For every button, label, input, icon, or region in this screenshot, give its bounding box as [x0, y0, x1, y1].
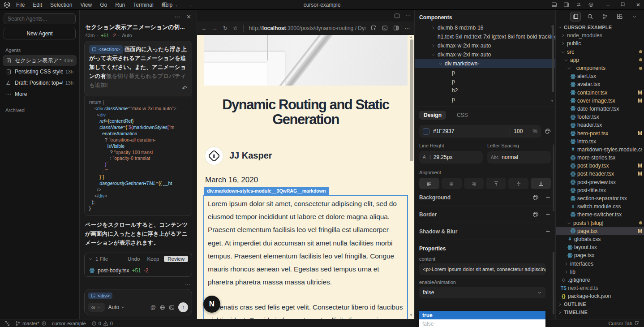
- inspect-element-icon[interactable]: [371, 25, 377, 31]
- file-row[interactable]: post-preview.tsx: [556, 178, 644, 186]
- tab-design[interactable]: Design: [419, 111, 446, 120]
- file-row[interactable]: cover-image.tsxM: [556, 97, 644, 105]
- window-maximize-button[interactable]: [620, 2, 625, 8]
- file-row[interactable]: post-title.tsx: [556, 186, 644, 194]
- editor-more-icon[interactable]: ⋯: [405, 13, 411, 19]
- text-color-field[interactable]: #1F2937 100 %: [419, 125, 541, 138]
- menu-terminal[interactable]: Terminal: [129, 2, 157, 8]
- chat-more-icon[interactable]: ⋯: [174, 13, 180, 20]
- inspector-scrollbar-upper[interactable]: [553, 144, 554, 211]
- review-button[interactable]: Review: [164, 256, 188, 262]
- file-row[interactable]: page.tsxM: [556, 227, 644, 235]
- undo-button[interactable]: Undo: [125, 256, 142, 262]
- tab-css[interactable]: CSS: [452, 111, 472, 120]
- chevron-down-icon[interactable]: [431, 52, 435, 57]
- enable-animation-select[interactable]: false: [419, 287, 545, 298]
- user-message-card[interactable]: <section> 画面内に入ったら浮き上がって表示されるアニメーションを追加し…: [84, 41, 192, 96]
- chevron-right-icon[interactable]: [431, 26, 435, 30]
- background-palette-icon[interactable]: [532, 194, 539, 201]
- folder-row[interactable]: _components: [556, 64, 644, 72]
- restore-checkpoint-icon[interactable]: ↶: [182, 83, 187, 93]
- toggle-panel-icon[interactable]: [551, 2, 557, 8]
- agent-list-item[interactable]: セクション表示アニメ...43m: [3, 55, 77, 66]
- folder-row[interactable]: app: [556, 56, 644, 64]
- add-background-icon[interactable]: [545, 194, 551, 200]
- nav-forward-icon[interactable]: →: [187, 2, 193, 8]
- window-minimize-button[interactable]: –: [606, 2, 610, 8]
- devtools-icon[interactable]: [393, 25, 399, 31]
- palette-icon[interactable]: [545, 128, 551, 134]
- file-row[interactable]: footer.tsx: [556, 113, 644, 121]
- folder-row[interactable]: src: [556, 48, 644, 56]
- file-row[interactable]: hero-post.tsxM: [556, 129, 644, 137]
- chevron-right-icon[interactable]: [431, 43, 435, 48]
- tree-scroll-down[interactable]: ▼: [550, 99, 554, 103]
- content-prop-input[interactable]: <p>Lorem ipsum dolor sit amet, consectet…: [419, 263, 545, 275]
- folder-row[interactable]: lib: [556, 268, 644, 276]
- message-options-icon[interactable]: ···: [86, 281, 190, 288]
- opacity-value[interactable]: 100: [514, 128, 529, 134]
- align-left-button[interactable]: [419, 178, 439, 189]
- color-swatch[interactable]: [423, 128, 429, 135]
- component-tree-row[interactable]: p: [415, 68, 555, 77]
- extensions-icon[interactable]: [614, 12, 625, 22]
- file-row[interactable]: page.tsx: [556, 251, 644, 259]
- file-row[interactable]: section-separator.tsx: [556, 194, 644, 202]
- nextjs-dev-button[interactable]: N: [203, 296, 220, 313]
- timeline-section[interactable]: TIMELINE: [556, 308, 644, 316]
- menu-view[interactable]: View: [76, 2, 96, 8]
- settings-gear-icon[interactable]: [588, 2, 594, 8]
- folder-row[interactable]: node_modules: [556, 31, 644, 39]
- folder-row[interactable]: posts \ [slug]: [556, 219, 644, 227]
- file-row[interactable]: TSnext-env.d.ts: [556, 284, 644, 292]
- div-element-chip[interactable]: <div>: [88, 293, 112, 299]
- align-center-button[interactable]: [442, 178, 462, 189]
- file-row[interactable]: alert.tsx: [556, 72, 644, 80]
- chevron-down-icon[interactable]: [88, 257, 93, 261]
- valign-top-button[interactable]: [486, 178, 506, 189]
- letter-spacing-field[interactable]: Abc normal: [487, 151, 551, 164]
- code-block[interactable]: return ( <div className="max-w-2xl mx-au…: [84, 94, 192, 215]
- views-chevron-icon[interactable]: [629, 12, 640, 22]
- component-tree-row[interactable]: div.mb-8 md:mb-16: [415, 23, 555, 32]
- menu-run[interactable]: Run: [111, 2, 129, 8]
- section-element-chip[interactable]: <section>: [89, 45, 123, 54]
- agent-list-item[interactable]: Persisting CSS style cha...13h: [3, 66, 77, 77]
- web-icon[interactable]: [159, 305, 165, 310]
- project-name-item[interactable]: cursor-example: [52, 321, 86, 326]
- remote-indicator-icon[interactable]: [4, 321, 10, 326]
- align-right-button[interactable]: [464, 178, 484, 189]
- explorer-search-icon[interactable]: [585, 12, 596, 22]
- keep-button[interactable]: Keep: [145, 256, 161, 262]
- explorer-files-icon[interactable]: [570, 12, 581, 22]
- split-editor-icon[interactable]: [394, 13, 400, 19]
- browser-forward-icon[interactable]: →: [212, 25, 218, 31]
- git-branch-item[interactable]: master*: [15, 321, 47, 326]
- folder-row[interactable]: CURSOR-EXAMPLE: [556, 23, 644, 31]
- folder-row[interactable]: interfaces: [556, 259, 644, 267]
- file-row[interactable]: date-formatter.tsx: [556, 105, 644, 113]
- window-close-button[interactable]: ✕: [636, 2, 640, 8]
- component-tree-row[interactable]: p: [415, 77, 555, 86]
- component-tree-row[interactable]: div.max-w-2xl mx-auto: [415, 41, 555, 50]
- valign-bottom-button[interactable]: [531, 178, 551, 189]
- component-tree-row[interactable]: div.markdown-: [415, 59, 555, 68]
- file-row[interactable]: theme-switcher.tsx: [556, 211, 644, 219]
- new-agent-button[interactable]: New Agent: [4, 28, 76, 39]
- file-row[interactable]: #globals.css: [556, 235, 644, 243]
- border-palette-icon[interactable]: [532, 211, 539, 218]
- menu-selection[interactable]: Selection: [46, 2, 76, 8]
- file-row[interactable]: intro.tsx: [556, 138, 644, 146]
- file-row[interactable]: post-header.tsxM: [556, 170, 644, 178]
- file-row[interactable]: container.tsxM: [556, 89, 644, 97]
- agents-more-item[interactable]: ⋯ More: [3, 89, 77, 99]
- search-agents-box[interactable]: [4, 13, 76, 24]
- chat-input-box[interactable]: <div> ∞ Auto @ ↑: [84, 289, 192, 316]
- dropdown-option-true[interactable]: true: [419, 311, 545, 319]
- browser-back-icon[interactable]: ←: [202, 25, 207, 31]
- mention-icon[interactable]: @: [150, 304, 156, 310]
- color-hex-value[interactable]: #1F2937: [433, 128, 506, 134]
- scroll-down-arrow[interactable]: ▼: [409, 313, 413, 317]
- swap-layout-icon[interactable]: [575, 2, 582, 8]
- menu-edit[interactable]: Edit: [29, 2, 46, 8]
